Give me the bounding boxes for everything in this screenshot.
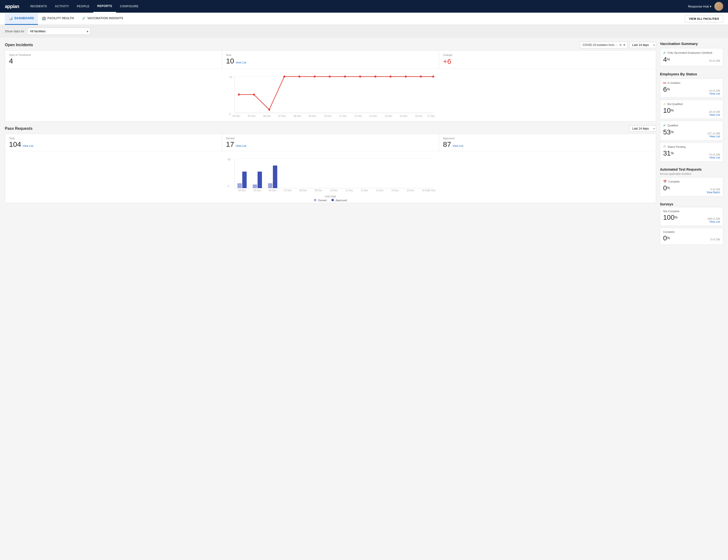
not-qualified-view-list[interactable]: View List xyxy=(709,113,720,116)
pass-requests-title: Pass Requests xyxy=(5,126,630,131)
tab-vaccination-insights[interactable]: 💉 VACCINATION INSIGHTS xyxy=(78,13,127,25)
clock-icon: ⏱ xyxy=(663,145,666,149)
pass-requests-stat-row: Total 104 View List Denied 17 View List xyxy=(5,134,656,151)
avatar-image xyxy=(714,2,723,11)
svg-text:08 Dec: 08 Dec xyxy=(294,115,301,117)
isolation-view-list[interactable]: View List xyxy=(709,92,720,95)
isolation-pct-container: 6% xyxy=(663,86,670,93)
brand: appian xyxy=(5,4,19,9)
svg-text:0: 0 xyxy=(228,185,229,188)
employees-by-status-title: Employees By Status xyxy=(660,72,723,76)
incidents-view-list[interactable]: View List xyxy=(236,61,246,64)
automated-test-body: 0% 0 of 158 View Batch xyxy=(663,184,720,194)
survey-complete-right: 0 of 238 xyxy=(710,238,720,241)
employees-by-status-section: Employees By Status 🛏 In Isolation 6% 14… xyxy=(660,72,723,164)
not-qualified-body: 10% 24 of 238 View List xyxy=(663,107,720,116)
svg-text:05 Dec: 05 Dec xyxy=(248,115,256,117)
qualified-card: ✔ Qualified 53% 127 of 238 View List xyxy=(660,121,723,140)
incidents-header: Open Incidents COVID-19 Isolation Incic … xyxy=(5,42,656,48)
status-pending-pct: 31 xyxy=(663,149,671,157)
approved-label: Approved xyxy=(443,137,652,140)
isolation-body: 6% 14 of 238 View List xyxy=(663,86,720,95)
survey-not-complete-view-list[interactable]: View List xyxy=(707,220,720,223)
svg-point-6 xyxy=(238,94,240,96)
svg-text:06 Dec: 06 Dec xyxy=(263,115,271,117)
svg-point-11 xyxy=(314,76,316,78)
nav-activity[interactable]: ACTIVITY xyxy=(51,0,73,13)
open-incidents-section: Open Incidents COVID-19 Isolation Incic … xyxy=(5,42,656,122)
incidents-stat-row: Start of Timeframe 4 Now 10 View List Ch… xyxy=(5,51,656,69)
automated-test-right: 0 of 158 View Batch xyxy=(707,188,720,194)
status-pending-header: ⏱ Status Pending xyxy=(663,145,720,149)
isolation-count: 14 of 238 xyxy=(709,89,720,92)
survey-complete-label: Complete xyxy=(663,230,675,233)
nav-links: INCIDENTS ACTIVITY PEOPLE REPORTS CONFIG… xyxy=(26,0,688,13)
isolation-card: 🛏 In Isolation 6% 14 of 238 View List xyxy=(660,79,723,98)
view-all-facilities-button[interactable]: VIEW ALL FACILITIES xyxy=(685,15,723,22)
not-qualified-pct-container: 10% xyxy=(663,107,674,114)
svg-point-13 xyxy=(344,76,346,78)
automated-test-header: 📅 Complete xyxy=(663,180,720,183)
status-pending-count: 73 of 238 xyxy=(709,153,720,156)
filter-label: Show data for xyxy=(5,29,24,33)
svg-text:10: 10 xyxy=(229,76,232,79)
not-qualified-right: 24 of 238 View List xyxy=(709,110,720,116)
survey-complete-body: 0% 0 of 238 xyxy=(663,234,720,242)
start-value: 4 xyxy=(9,57,218,65)
incidents-change-stat: Change +6 xyxy=(439,51,656,69)
calendar-icon: 📅 xyxy=(663,180,667,183)
tab-facility-health[interactable]: 🏥 FACILITY HEALTH xyxy=(38,13,78,25)
now-value: 10 xyxy=(226,57,234,65)
automated-test-section: Automated Test Requests Across applicabl… xyxy=(660,167,723,198)
qualified-pct: 53 xyxy=(663,128,671,136)
svg-text:13 Dec: 13 Dec xyxy=(369,115,377,117)
nav-configure[interactable]: CONFIGURE xyxy=(116,0,143,13)
qualified-view-list[interactable]: View List xyxy=(707,135,720,138)
appian-logo: appian xyxy=(5,4,19,9)
nav-people[interactable]: PEOPLE xyxy=(73,0,93,13)
tab-dashboard-label: DASHBOARD xyxy=(14,17,34,20)
svg-text:17 Dec: 17 Dec xyxy=(427,115,435,117)
svg-point-8 xyxy=(268,109,270,111)
response-hub[interactable]: Response Hub ▾ xyxy=(688,5,711,8)
status-pending-view-list[interactable]: View List xyxy=(709,156,720,159)
pass-total-view-list[interactable]: View List xyxy=(23,144,33,147)
qualified-header: ✔ Qualified xyxy=(663,123,720,127)
filter-bar: Show data for All facilities ▾ xyxy=(0,25,728,38)
filter-close-icon[interactable]: ✕ xyxy=(619,43,622,47)
isolation-label: In Isolation xyxy=(667,81,680,84)
qualified-body: 53% 127 of 238 View List xyxy=(663,128,720,138)
nav-reports[interactable]: REPORTS xyxy=(93,0,116,13)
vaccination-icon: 💉 xyxy=(82,16,86,20)
svg-text:05 Dec: 05 Dec xyxy=(254,189,261,192)
pass-requests-chart-area: 50 0 xyxy=(5,154,656,203)
facility-select[interactable]: All facilities xyxy=(27,28,90,35)
denied-value: 17 xyxy=(226,141,234,148)
navbar-right: Response Hub ▾ xyxy=(688,2,723,11)
pass-denied-stat: Denied 17 View List xyxy=(222,134,439,151)
svg-point-14 xyxy=(359,76,361,78)
survey-not-complete-card: Not Complete 100% 238 of 238 View List xyxy=(660,207,723,226)
fully-vaccinated-body: 4% 10 of 238 xyxy=(663,56,720,63)
pass-requests-card: Total 104 View List Denied 17 View List xyxy=(5,134,656,203)
bed-icon: 🛏 xyxy=(663,81,666,85)
incident-type-filter[interactable]: COVID-19 Isolation Incic ··· ✕ ▾ xyxy=(580,42,628,48)
svg-text:11 Dec: 11 Dec xyxy=(339,115,347,117)
filter-dropdown-icon[interactable]: ▾ xyxy=(623,43,625,47)
fully-vaccinated-label: Fully Vaccinated Employees (Verified) xyxy=(667,51,712,54)
survey-complete-card: Complete 0% 0 of 238 xyxy=(660,228,723,245)
view-batch-link[interactable]: View Batch xyxy=(707,191,720,194)
pass-requests-date-select[interactable]: Last 14 days xyxy=(630,125,656,132)
pass-denied-view-list[interactable]: View List xyxy=(236,144,246,147)
denied-legend-label: Denied xyxy=(318,199,327,202)
tab-dashboard[interactable]: 📊 DASHBOARD xyxy=(5,13,38,25)
not-qualified-card: ⚠ Not Qualified 10% 24 of 238 View List xyxy=(660,100,723,119)
nav-incidents[interactable]: INCIDENTS xyxy=(26,0,51,13)
status-pending-body: 31% 73 of 238 View List xyxy=(663,149,720,159)
svg-text:10 Dec: 10 Dec xyxy=(324,115,332,117)
incidents-date-select[interactable]: Last 14 days xyxy=(630,42,656,48)
survey-not-complete-header: Not Complete xyxy=(663,210,720,213)
pass-approved-view-list[interactable]: View List xyxy=(452,144,463,147)
vaccination-summary-section: Vaccination Summary ✔ Fully Vaccinated E… xyxy=(660,42,723,68)
tab-bar: 📊 DASHBOARD 🏥 FACILITY HEALTH 💉 VACCINAT… xyxy=(0,13,728,25)
